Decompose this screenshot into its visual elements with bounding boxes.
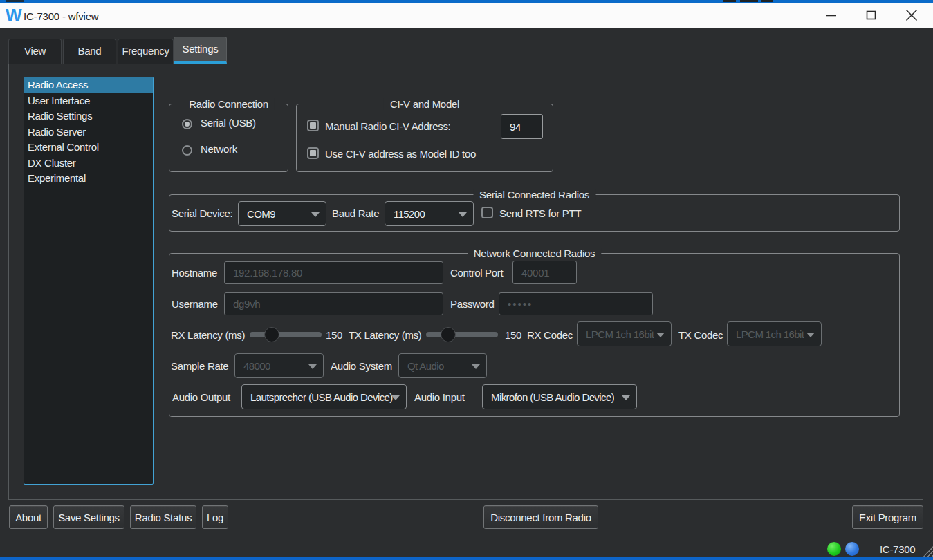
serial-usb-radio[interactable] [182,119,192,129]
network-radios-group-title: Network Connected Radios [468,248,601,259]
audio-output-label: Audio Output [172,391,230,403]
baud-rate-combo[interactable]: 115200 [385,201,474,226]
window-title: IC-7300 - wfview [24,10,99,22]
radio-connection-group-title: Radio Connection [183,98,274,110]
sample-rate-combo[interactable]: 48000 [234,353,324,378]
hostname-label: Hostname [172,267,217,279]
chevron-down-icon [308,364,317,369]
send-rts-label[interactable]: Send RTS for PTT [499,207,581,219]
exit-program-button[interactable]: Exit Program [852,505,923,529]
radio-dot [185,122,190,127]
audio-system-label: Audio System [331,360,392,372]
rx-status-led [827,542,841,556]
tab-band[interactable]: Band [63,39,116,64]
network-radio-label[interactable]: Network [201,143,237,155]
tx-latency-slider[interactable] [426,327,498,342]
rx-latency-label: RX Latency (ms) [171,329,245,341]
tx-codec-label: TX Codec [678,329,723,341]
tab-view[interactable]: View [8,39,62,64]
chevron-down-icon [459,212,467,217]
rx-latency-slider[interactable] [250,327,322,342]
audio-system-value: Qt Audio [407,360,444,372]
wfview-logo-icon: W [6,6,21,26]
save-settings-button[interactable]: Save Settings [53,505,124,529]
background-window-artifact [6,0,24,2]
about-button[interactable]: About [9,505,48,529]
password-input[interactable]: ••••• [499,292,653,315]
audio-output-value: Lautsprecher (USB Audio Device) [250,391,393,403]
civ-address-input[interactable]: 94 [501,114,543,139]
slider-groove [250,332,322,337]
tx-latency-label: TX Latency (ms) [349,329,422,341]
sidebar-item-radio-settings[interactable]: Radio Settings [24,109,153,124]
checkbox-fill [310,122,316,129]
rx-latency-value: 150 [326,329,342,341]
username-label: Username [172,298,218,310]
tab-frequency[interactable]: Frequency [118,39,174,64]
sidebar-item-user-interface[interactable]: User Interface [24,93,153,109]
checkbox-fill [310,150,316,156]
model-id-label[interactable]: Use CI-V address as Model ID too [325,148,476,160]
tx-codec-combo[interactable]: LPCM 1ch 16bit [727,321,822,346]
connection-status-led [845,542,859,556]
sample-rate-value: 48000 [243,360,270,372]
sidebar-item-dx-cluster[interactable]: DX Cluster [24,156,153,171]
audio-system-combo[interactable]: Qt Audio [398,353,487,378]
slider-handle[interactable] [441,327,456,342]
radio-status-button[interactable]: Radio Status [130,505,196,529]
close-icon [905,9,918,21]
sample-rate-label: Sample Rate [171,360,228,372]
serial-device-label: Serial Device: [172,207,232,219]
username-input[interactable]: dg9vh [224,292,443,315]
close-button[interactable] [896,3,927,28]
chevron-down-icon [806,333,815,337]
network-radio[interactable] [182,145,192,156]
serial-usb-radio-label[interactable]: Serial (USB) [201,117,256,129]
serial-device-value: COM9 [247,208,275,220]
civ-model-group-title: CI-V and Model [384,98,465,110]
background-window-artifact [723,0,736,2]
tab-settings[interactable]: Settings [174,37,227,64]
audio-input-value: Mikrofon (USB Audio Device) [491,391,614,403]
slider-handle[interactable] [264,327,279,342]
sidebar-item-external-control[interactable]: External Control [24,140,153,156]
sidebar-item-radio-access[interactable]: Radio Access [24,77,153,93]
chevron-down-icon [622,395,630,400]
control-port-input[interactable]: 40001 [512,261,577,284]
rx-codec-combo[interactable]: LPCM 1ch 16bit [577,321,672,346]
chevron-down-icon [391,395,400,400]
manual-civ-label[interactable]: Manual Radio CI-V Address: [325,120,450,132]
radio-connection-group: Radio Connection [169,104,288,172]
audio-output-combo[interactable]: Lautsprecher (USB Audio Device) [241,384,407,409]
minimize-button[interactable] [815,3,847,28]
manual-civ-checkbox[interactable] [307,120,319,131]
maximize-button[interactable] [856,3,887,28]
password-label: Password [450,298,494,310]
rx-codec-label: RX Codec [527,329,573,341]
background-window-artifact [740,0,758,2]
rx-codec-value: LPCM 1ch 16bit [586,328,654,340]
chevron-down-icon [656,333,665,337]
chevron-down-icon [311,212,320,217]
tx-codec-value: LPCM 1ch 16bit [736,328,804,340]
minimize-icon [826,10,837,21]
maximize-icon [866,10,877,21]
slider-groove [426,332,498,337]
send-rts-checkbox[interactable] [481,207,493,218]
audio-input-combo[interactable]: Mikrofon (USB Audio Device) [482,384,637,409]
baud-rate-value: 115200 [394,208,425,220]
taskbar-edge [0,557,933,560]
rig-name-label: IC-7300 [880,543,915,555]
model-id-checkbox[interactable] [307,147,319,159]
control-port-label: Control Port [450,267,503,279]
settings-category-list: Radio Access User Interface Radio Settin… [24,77,154,485]
hostname-input[interactable]: 192.168.178.80 [224,261,443,284]
serial-device-combo[interactable]: COM9 [238,201,326,226]
sidebar-item-radio-server[interactable]: Radio Server [24,124,153,140]
log-button[interactable]: Log [202,505,228,529]
audio-input-label: Audio Input [414,391,465,403]
sidebar-item-experimental[interactable]: Experimental [24,171,153,187]
chevron-down-icon [472,364,480,369]
disconnect-button[interactable]: Disconnect from Radio [483,505,598,529]
titlebar: W IC-7300 - wfview [0,3,933,28]
